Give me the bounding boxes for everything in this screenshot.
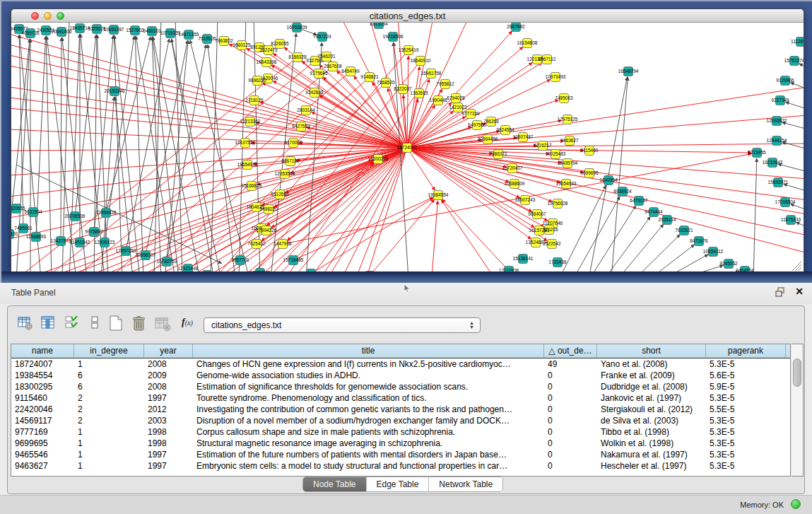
column-header-name[interactable]: name — [11, 344, 74, 358]
node-label: 9146821 — [360, 74, 379, 79]
node-label: 6794028 — [447, 95, 465, 100]
table-vertical-scrollbar[interactable] — [792, 344, 804, 477]
status-bar: Memory: OK — [0, 495, 812, 514]
node-label: 7485061 — [14, 226, 33, 230]
node-label: 15720407 — [502, 165, 523, 170]
node-label: 19756928 — [548, 201, 568, 206]
table-cell: 1997 — [144, 392, 193, 404]
table-row[interactable]: 946554611997Estimation of the future num… — [11, 449, 790, 460]
node-label: 8215955 — [748, 150, 766, 155]
table-cell: 0 — [544, 449, 597, 460]
table-settings-icon[interactable] — [18, 315, 33, 331]
node-label: 2887682 — [507, 24, 525, 29]
tab-node-table[interactable]: Node Table — [303, 477, 367, 491]
table-cell: 5.3E-5 — [706, 460, 786, 472]
node-label: 9857791 — [231, 257, 249, 262]
column-header-title[interactable]: title — [193, 344, 544, 358]
table-row[interactable]: 2242004622012Investigating the contribut… — [11, 404, 790, 415]
table-cell: Estimation of the future numbers of pati… — [193, 449, 544, 460]
node-label: 3913191 — [11, 231, 18, 236]
table-body[interactable]: 1872400712008Changes of HCN gene express… — [11, 358, 790, 472]
network-canvas[interactable]: 9405572405572624305512069140618435714932… — [11, 23, 804, 272]
table-cell: 5.6E-5 — [706, 370, 786, 381]
node-label: 9463627 — [560, 138, 579, 143]
node-label: 17975125 — [558, 117, 578, 122]
table-cell: 2009 — [144, 370, 193, 381]
column-header-out_de[interactable]: △ out_de… — [544, 344, 597, 358]
network-window-title: citations_edges.txt — [11, 11, 804, 21]
node-label: 9660125 — [233, 42, 251, 47]
table-header-row[interactable]: namein_degreeyeartitle△ out_de…shortpage… — [11, 344, 790, 358]
row-height-icon[interactable] — [88, 315, 104, 331]
table-panel: f(x) citations_edges.txt ▲▼ namein_degre… — [7, 305, 805, 494]
node-label: 10994226 — [257, 228, 277, 233]
node-label: 8186328 — [288, 54, 307, 59]
node-label: 17016504 — [775, 199, 796, 204]
node-label: 8938924 — [613, 189, 632, 194]
node-label: 16543368 — [257, 59, 277, 64]
table-cell: 0 — [544, 415, 597, 426]
column-header-pagerank[interactable]: pagerank — [706, 344, 786, 358]
desktop-bottom-edge — [1, 271, 812, 283]
node-label: 2867608 — [324, 64, 342, 69]
float-panel-icon[interactable] — [775, 287, 787, 297]
tab-edge-table[interactable]: Edge Table — [367, 477, 430, 491]
table-cell: 18300295 — [11, 381, 74, 392]
close-panel-icon[interactable]: ✕ — [795, 286, 804, 297]
node-label: 10958107 — [136, 252, 156, 257]
table-cell: 5.3E-5 — [706, 426, 786, 438]
node-label: 8471676 — [690, 238, 708, 243]
table-cell: 1998 — [144, 438, 193, 449]
node-label: 18495794 — [558, 160, 578, 165]
memory-ok-indicator[interactable] — [791, 499, 801, 509]
table-row[interactable]: 969969511998Structural magnetic resonanc… — [11, 438, 790, 449]
scrollbar-thumb[interactable] — [793, 358, 801, 387]
table-row[interactable]: 946362711997Embryonic stem cells: a mode… — [11, 460, 790, 472]
table-row[interactable]: 1872400712008Changes of HCN gene express… — [11, 358, 790, 370]
node-label: 7632621 — [675, 228, 693, 233]
node-label: 11451942 — [70, 240, 90, 245]
delete-table-icon[interactable] — [131, 315, 148, 332]
import-table-icon-disabled[interactable] — [155, 315, 172, 332]
tab-network-table[interactable]: Network Table — [429, 477, 502, 491]
dropdown-stepper-icon: ▲▼ — [469, 321, 474, 329]
table-cell: 1 — [74, 358, 144, 370]
column-header-year[interactable]: year — [144, 344, 193, 358]
citation-network-graph: 9405572405572624305512069140618435714932… — [11, 23, 804, 272]
table-cell: 2 — [74, 392, 144, 404]
column-visibility-icon[interactable] — [41, 315, 57, 331]
node-label: 8454749 — [341, 69, 360, 74]
node-table: namein_degreeyeartitle△ out_de…shortpage… — [11, 344, 791, 477]
table-cell: 1 — [74, 460, 144, 472]
table-cell: 5.5E-5 — [706, 404, 786, 415]
node-label: 8427552 — [292, 124, 310, 129]
node-label: 12093822 — [767, 118, 787, 123]
table-cell: Tourette syndrome. Phenomenology and cla… — [193, 392, 544, 404]
column-header-in_degree[interactable]: in_degree — [74, 344, 144, 358]
node-label: 14671355 — [179, 32, 199, 37]
table-row[interactable]: 1938455462009Genome-wide association stu… — [11, 370, 790, 381]
node-label: 20153346 — [105, 88, 125, 93]
create-table-icon[interactable] — [108, 315, 125, 332]
table-cell: 5.3E-5 — [706, 438, 786, 449]
node-label: 13524883 — [526, 240, 546, 245]
table-cell: Dudbridge et al. (2008) — [597, 381, 706, 392]
node-label: 9777169 — [461, 111, 480, 116]
node-label: 19654923 — [556, 181, 577, 186]
table-type-tabs: Node TableEdge TableNetwork Table — [302, 477, 503, 492]
table-row[interactable]: 1456911722003Disruption of a novel membe… — [11, 415, 790, 426]
table-panel-titlebar: Table Panel ✕ — [0, 283, 812, 304]
node-label: 8322037 — [394, 86, 412, 91]
table-cell: 9777169 — [11, 426, 74, 438]
network-window-titlebar[interactable]: citations_edges.txt — [11, 9, 804, 23]
table-row[interactable]: 1830029562008Estimation of significance … — [11, 381, 790, 392]
node-label: 7485063 — [555, 95, 573, 100]
select-rows-icon[interactable] — [64, 315, 80, 331]
node-label: 10807487 — [513, 134, 534, 139]
function-builder-icon[interactable]: f(x) — [182, 317, 193, 328]
table-selector-dropdown[interactable]: citations_edges.txt ▲▼ — [204, 317, 481, 333]
table-selector-value: citations_edges.txt — [211, 320, 281, 330]
table-row[interactable]: 977716911998Corpus callosum shape and si… — [11, 426, 790, 438]
table-row[interactable]: 911546021997Tourette syndrome. Phenomeno… — [11, 392, 790, 404]
column-header-short[interactable]: short — [597, 344, 706, 358]
